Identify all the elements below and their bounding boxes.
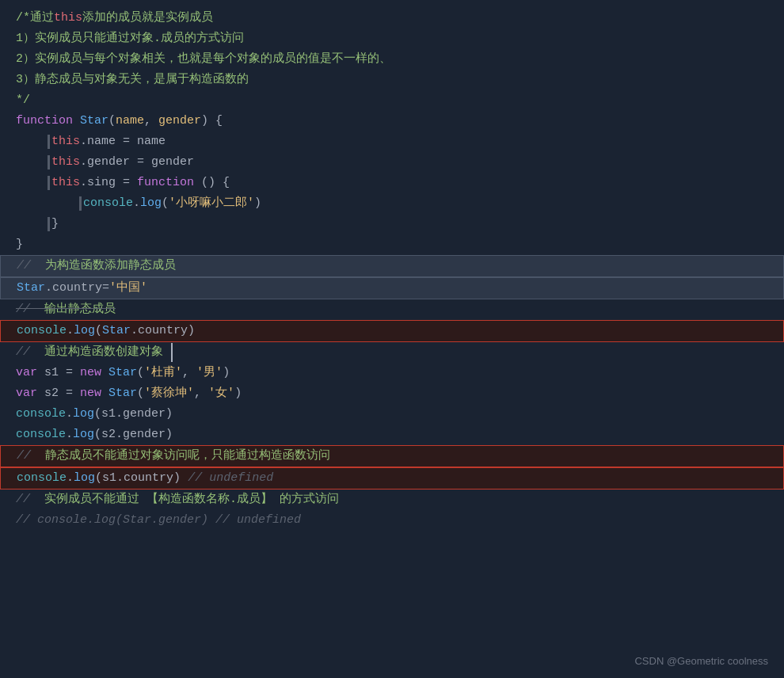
indent-bar [48, 135, 50, 149]
comment-output-text: 输出静态成员 [44, 300, 116, 319]
console-s2-gender-line: console . log ( s2 . gender ) [0, 425, 784, 445]
keyword-new: new [80, 364, 101, 383]
instance-comment-line: // 实例成员不能通过 【构造函数名称.成员】 的方式访问 [0, 489, 784, 510]
param-gender: gender [158, 112, 201, 131]
console-obj2: console [17, 322, 67, 341]
comment-instance: // [16, 490, 44, 509]
keyword-function: function [16, 112, 73, 131]
comment-text: /*通过this添加的成员就是实例成员 [16, 9, 213, 28]
prop-gender2: gender [123, 405, 166, 424]
static-comment-line: // 为构造函数添加静态成员 [0, 255, 784, 277]
indent-bar [48, 217, 50, 231]
console-obj5: console [17, 469, 67, 488]
indent-bar [48, 176, 50, 190]
comment-instance-text: 实例成员不能通过 【构造函数名称.成员】 的方式访问 [44, 490, 339, 509]
comment-text: */ [16, 91, 30, 110]
comment-create-text: 通过构造函数创建对象 [44, 343, 163, 362]
value-name: name [137, 132, 166, 151]
keyword-var: var [16, 364, 37, 383]
comment-star-gender: // console.log(Star.gender) // undefined [16, 511, 301, 530]
log-fn2: log [74, 322, 95, 341]
comment-output: // [16, 300, 44, 319]
code-editor: /*通过this添加的成员就是实例成员 1）实例成员只能通过对象.成员的方式访问… [0, 0, 784, 539]
keyword-new2: new [80, 384, 101, 403]
watermark: CSDN @Geometric coolness [634, 653, 768, 670]
comment-static-text: 为构造函数添加静态成员 [45, 257, 176, 276]
cursor [164, 343, 173, 362]
console-obj3: console [16, 405, 66, 424]
log-fn3: log [73, 405, 94, 424]
comment-create: // [16, 343, 44, 362]
comment-static: // [17, 257, 45, 276]
str-female: '女' [208, 384, 234, 403]
star-obj: Star [17, 279, 45, 298]
star-ctor2: Star [101, 384, 137, 403]
console-s1-country-line: console . log ( s1 . country ) // undefi… [0, 467, 784, 489]
keyword-var2: var [16, 384, 37, 403]
prop-gender: gender [87, 153, 130, 172]
star-country-line: Star . country = '中国' [0, 277, 784, 299]
string-song: '小呀嘛小二郎' [169, 194, 254, 213]
value-gender: gender [151, 153, 194, 172]
this-name-line: this . name = name [0, 131, 784, 152]
s1-ref2: s1 [102, 469, 116, 488]
console-star-gender-comment-line: // console.log(Star.gender) // undefined [0, 510, 784, 531]
function-name-star: Star [80, 112, 108, 131]
comment-undefined: // undefined [188, 469, 273, 488]
star-obj2: Star [102, 322, 131, 341]
prop-country: country [52, 279, 102, 298]
this-gender-line: this . gender = gender [0, 152, 784, 173]
comment-text: 2）实例成员与每个对象相关，也就是每个对象的成员的值是不一样的、 [16, 50, 391, 69]
this-keyword: this [51, 132, 80, 151]
str-dufu: '杜甫' [144, 364, 182, 383]
s2-ref: s2 [101, 425, 116, 444]
prop-sing: sing [87, 173, 116, 192]
comment-text: 3）静态成员与对象无关，是属于构造函数的 [16, 70, 249, 90]
comment-line-5: */ [0, 90, 784, 111]
str-cxk: '蔡徐坤' [144, 384, 194, 403]
comment-line-1: /*通过this添加的成员就是实例成员 [0, 8, 784, 29]
log-fn: log [140, 194, 162, 213]
this-keyword: this [51, 173, 80, 192]
console-country-line: console . log ( Star . country ) [0, 320, 784, 342]
star-ctor: Star [101, 364, 137, 383]
str-male: '男' [196, 364, 223, 383]
var-s1-line: var s1 = new Star ( '杜甫' , '男' ) [0, 363, 784, 383]
create-comment-line: // 通过构造函数创建对象 [0, 342, 784, 363]
comment-line-2: 1）实例成员只能通过对象.成员的方式访问 [0, 29, 784, 49]
prop-country2: country [138, 322, 188, 341]
comment-line-4: 3）静态成员与对象无关，是属于构造函数的 [0, 70, 784, 90]
comment-warn-text: 静态成员不能通过对象访问呢，只能通过构造函数访问 [45, 447, 330, 466]
console-sing-line: console . log ( '小呀嘛小二郎' ) [0, 193, 784, 214]
var-s2-line: var s2 = new Star ( '蔡徐坤' , '女' ) [0, 383, 784, 404]
close-inner-brace: } [0, 214, 784, 234]
output-comment-line: // 输出静态成员 [0, 299, 784, 320]
s1-ref: s1 [101, 405, 116, 424]
static-warn-line: // 静态成员不能通过对象访问呢，只能通过构造函数访问 [0, 445, 784, 467]
param-name: name [116, 112, 144, 131]
indent-bar [79, 196, 82, 211]
this-keyword: this [51, 153, 80, 172]
this-sing-line: this . sing = function () { [0, 173, 784, 193]
console-obj: console [83, 194, 133, 213]
console-obj4: console [16, 425, 66, 444]
comment-text: 1）实例成员只能通过对象.成员的方式访问 [16, 29, 244, 48]
prop-gender3: gender [123, 425, 166, 444]
log-fn5: log [74, 469, 95, 488]
comment-line-3: 2）实例成员与每个对象相关，也就是每个对象的成员的值是不一样的、 [0, 49, 784, 70]
function-decl-line: function Star ( name , gender ) { [0, 111, 784, 131]
indent-bar [48, 155, 50, 170]
prop-name: name [87, 132, 116, 151]
close-outer-brace: } [0, 234, 784, 255]
comment-warn: // [17, 447, 45, 466]
log-fn4: log [73, 425, 94, 444]
console-s1-gender-line: console . log ( s1 . gender ) [0, 404, 784, 425]
string-china: '中国' [109, 279, 147, 298]
keyword-function2: function [137, 173, 194, 192]
prop-country3: country [124, 469, 173, 488]
